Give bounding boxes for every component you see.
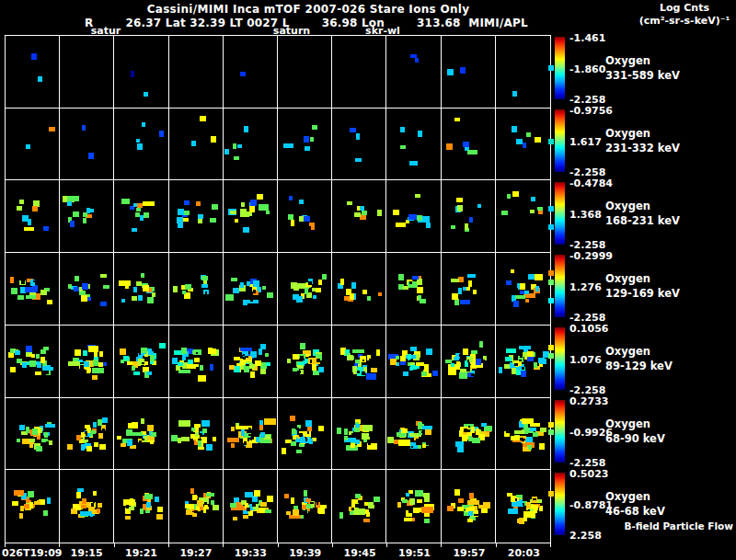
data-pixel <box>412 276 419 280</box>
data-pixel <box>293 285 299 291</box>
data-pixel <box>32 429 38 435</box>
data-pixel <box>356 133 360 140</box>
data-pixel <box>82 125 86 131</box>
data-pixel <box>19 200 24 204</box>
data-pixel <box>144 92 148 97</box>
spectrogram-panel <box>332 253 386 326</box>
data-pixel <box>43 226 49 231</box>
data-pixel <box>457 507 464 511</box>
data-pixel <box>535 286 539 291</box>
colorbar-max-label: 0.1056 <box>569 324 608 334</box>
data-pixel <box>512 126 517 132</box>
spectrogram-panel <box>386 36 441 109</box>
contour-mark <box>467 429 470 432</box>
data-pixel <box>14 490 24 496</box>
data-pixel <box>362 290 367 294</box>
species-label: Oxygen <box>605 126 680 141</box>
data-pixel <box>198 214 203 219</box>
contour-mark <box>190 203 194 206</box>
data-pixel <box>93 422 97 428</box>
data-pixel <box>526 502 531 509</box>
data-pixel <box>29 444 33 448</box>
data-pixel <box>414 445 418 449</box>
data-pixel <box>415 58 419 63</box>
data-pixel <box>396 223 406 227</box>
colorbar-max-label: 0.2733 <box>569 396 608 406</box>
data-pixel <box>24 227 34 231</box>
data-pixel <box>309 223 315 226</box>
data-pixel <box>362 425 373 431</box>
data-pixel <box>82 498 86 504</box>
data-pixel <box>255 360 261 366</box>
data-pixel <box>147 297 154 303</box>
data-pixel <box>289 196 293 200</box>
data-pixel <box>416 362 424 366</box>
data-pixel <box>253 280 259 287</box>
data-pixel <box>472 438 480 443</box>
data-pixel <box>519 346 531 349</box>
data-pixel <box>243 300 247 305</box>
data-pixel <box>530 210 535 213</box>
data-pixel <box>469 493 474 499</box>
energy-band-label: Oxygen168-231 keV <box>605 199 680 228</box>
contour-mark <box>196 352 198 354</box>
colorbar-max-label: -1.461 <box>569 33 605 43</box>
data-pixel <box>538 358 545 363</box>
data-pixel <box>132 422 138 428</box>
contour-mark <box>307 431 309 434</box>
data-pixel <box>82 283 88 290</box>
contour-mark <box>471 373 474 376</box>
data-pixel <box>354 428 360 432</box>
data-pixel <box>150 355 155 361</box>
energy-range-label: 231-332 keV <box>605 141 680 155</box>
data-pixel <box>512 191 519 197</box>
data-pixel <box>303 350 311 354</box>
data-pixel <box>192 512 197 517</box>
data-pixel <box>539 506 543 511</box>
contour-mark <box>203 443 206 447</box>
spectrogram-panel <box>332 326 386 398</box>
data-pixel <box>408 490 413 494</box>
data-pixel <box>121 299 125 303</box>
mimi-inca-display: Cassini/MIMI Inca mTOF 2007-026 Stare Io… <box>0 0 736 560</box>
data-pixel <box>43 510 48 516</box>
data-pixel <box>259 425 263 430</box>
data-pixel <box>17 439 20 442</box>
data-pixel <box>304 490 307 497</box>
data-pixel <box>398 440 410 446</box>
data-pixel <box>159 343 166 349</box>
data-pixel <box>132 296 137 301</box>
data-pixel <box>505 357 512 361</box>
data-pixel <box>467 519 473 522</box>
data-pixel <box>507 194 511 199</box>
data-pixel <box>81 444 85 451</box>
data-pixel <box>415 490 423 497</box>
colorbar-max-label: -0.9756 <box>569 106 613 116</box>
data-pixel <box>376 349 380 356</box>
data-pixel <box>511 269 514 273</box>
contour-mark <box>33 280 37 282</box>
data-pixel <box>10 277 14 283</box>
colorbar-marker <box>548 422 554 428</box>
contour-mark <box>250 298 253 302</box>
contour-mark <box>17 436 21 438</box>
contour-mark <box>196 367 200 369</box>
data-pixel <box>313 295 316 299</box>
contour-mark <box>303 276 305 280</box>
contour-mark <box>357 371 360 373</box>
data-pixel <box>457 447 464 452</box>
data-pixel <box>418 422 422 428</box>
data-pixel <box>182 291 186 294</box>
data-pixel <box>99 351 103 357</box>
data-pixel <box>316 288 321 292</box>
contour-mark <box>145 365 149 367</box>
data-pixel <box>171 435 178 441</box>
contour-mark <box>295 428 299 429</box>
data-pixel <box>403 286 408 290</box>
axis-tick <box>278 543 279 547</box>
spectrogram-panel <box>496 326 550 398</box>
data-pixel <box>143 285 149 291</box>
contour-mark <box>351 433 353 437</box>
data-pixel <box>67 196 79 201</box>
contour-mark <box>535 373 537 376</box>
